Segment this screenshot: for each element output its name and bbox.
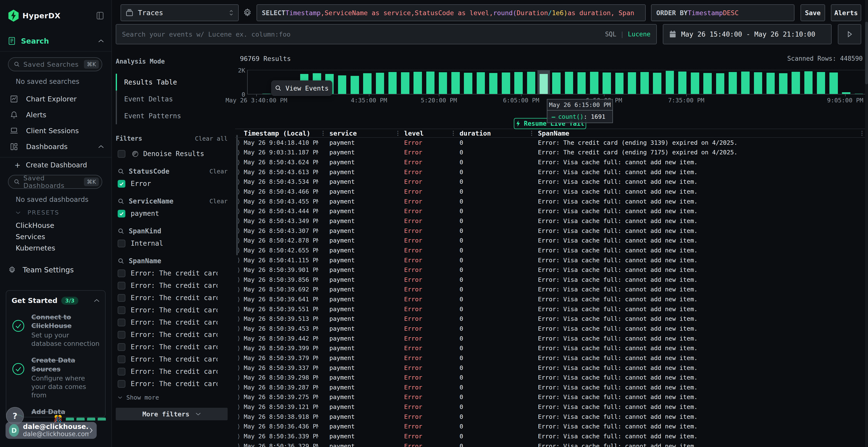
mode-tab-event-deltas[interactable]: Event Deltas <box>116 91 227 107</box>
checkbox-unchecked[interactable] <box>118 343 125 351</box>
checkbox-unchecked[interactable] <box>118 331 125 339</box>
row-expand-chevron[interactable]: ⟩ <box>235 286 242 293</box>
facet-option[interactable]: Error <box>116 180 227 187</box>
histogram-bar[interactable] <box>588 70 600 94</box>
histogram-bar[interactable] <box>386 70 399 94</box>
table-row[interactable]: ⟩ May 26 8:50:43.624 PM payment Error 0 … <box>235 157 866 167</box>
histogram-bar[interactable] <box>663 70 676 94</box>
user-menu[interactable]: D dale@clickhouse.com dale@clickhouse.co… <box>5 422 97 439</box>
table-row[interactable]: ⟩ May 26 8:50:43.349 PM payment Error 0 … <box>235 216 866 226</box>
row-expand-chevron[interactable]: ⟩ <box>235 413 242 420</box>
histogram-bar[interactable] <box>500 70 512 94</box>
facet-option[interactable]: Error: The credit card … <box>116 306 227 314</box>
order-by-editor[interactable]: ORDER BY Timestamp DESC <box>651 4 795 21</box>
row-expand-chevron[interactable]: ⟩ <box>235 247 242 253</box>
facet-option[interactable]: Error: The credit card … <box>116 294 227 302</box>
sidebar-item-search[interactable]: Search <box>8 37 104 45</box>
checkbox-unchecked[interactable] <box>118 150 125 158</box>
histogram-bar[interactable] <box>537 70 550 94</box>
histogram-bar[interactable] <box>789 70 802 94</box>
sidebar-item-dashboards[interactable]: Dashboards <box>0 139 112 154</box>
col-header-timestamp[interactable]: Timestamp (Local) <box>242 130 318 137</box>
column-resize-handle[interactable]: ⋮ <box>448 130 458 136</box>
checkbox-unchecked[interactable] <box>118 319 125 326</box>
histogram-bar[interactable] <box>513 70 525 94</box>
column-menu-icon[interactable]: ⋮ <box>858 130 866 136</box>
histogram-bar[interactable] <box>638 70 651 94</box>
table-row[interactable]: ⟩ May 26 8:50:36.329 PM payment Error 0 … <box>235 441 866 447</box>
row-expand-chevron[interactable]: ⟩ <box>235 433 242 440</box>
table-row[interactable]: ⟩ May 26 8:50:43.307 PM payment Error 0 … <box>235 226 866 236</box>
row-expand-chevron[interactable]: ⟩ <box>235 169 242 175</box>
col-header-service[interactable]: service <box>328 130 393 137</box>
histogram-bar[interactable] <box>626 70 638 94</box>
preset-item-kubernetes[interactable]: Kubernetes <box>0 242 112 253</box>
row-expand-chevron[interactable]: ⟩ <box>235 394 242 401</box>
saved-dashboards-input[interactable]: Saved Dashboards ⌘K <box>8 175 102 189</box>
table-row[interactable]: ⟩ May 26 8:50:39.379 PM payment Error 0 … <box>235 353 866 363</box>
row-expand-chevron[interactable]: ⟩ <box>235 335 242 342</box>
table-row[interactable]: ⟩ May 26 8:50:43.444 PM payment Error 0 … <box>235 206 866 216</box>
table-row[interactable]: ⟩ May 26 8:50:39.442 PM payment Error 0 … <box>235 334 866 343</box>
checkbox-unchecked[interactable] <box>118 282 125 289</box>
table-row[interactable]: ⟩ May 26 8:50:39.453 PM payment Error 0 … <box>235 324 866 334</box>
sidebar-item-chart-explorer[interactable]: Chart Explorer <box>0 91 112 107</box>
histogram-bar[interactable] <box>852 70 865 94</box>
histogram-bar[interactable] <box>676 70 689 94</box>
get-started-item[interactable]: Connect to ClickHouseSet up your databas… <box>11 313 100 348</box>
more-filters-button[interactable]: More filters <box>116 408 227 420</box>
histogram-bar[interactable] <box>802 70 815 94</box>
checkbox-unchecked[interactable] <box>118 270 125 277</box>
show-more-button[interactable]: Show more <box>116 394 227 401</box>
checkbox-unchecked[interactable] <box>118 294 125 302</box>
facet-option[interactable]: Error: The credit card … <box>116 269 227 277</box>
row-expand-chevron[interactable]: ⟩ <box>235 208 242 215</box>
histogram-bar[interactable] <box>260 70 273 94</box>
row-expand-chevron[interactable]: ⟩ <box>235 354 242 361</box>
checkbox-unchecked[interactable] <box>118 240 125 247</box>
histogram-bar[interactable] <box>474 70 487 94</box>
row-expand-chevron[interactable]: ⟩ <box>235 443 242 447</box>
table-row[interactable]: ⟩ May 26 8:50:39.551 PM payment Error 0 … <box>235 304 866 314</box>
facet-option[interactable]: payment <box>116 209 227 217</box>
table-row[interactable]: ⟩ May 26 8:50:39.287 PM payment Error 0 … <box>235 382 866 392</box>
toggle-sql[interactable]: SQL <box>605 31 616 38</box>
histogram-bar[interactable] <box>462 70 474 94</box>
source-select[interactable]: Traces <box>121 4 239 21</box>
table-row[interactable]: ⟩ May 26 8:50:39.275 PM payment Error 0 … <box>235 392 866 402</box>
facet-option[interactable]: Error: The credit card … <box>116 343 227 351</box>
preset-item-services[interactable]: Services <box>0 231 112 242</box>
column-resize-handle[interactable]: ⋮ <box>318 130 328 136</box>
histogram-bar[interactable] <box>563 70 575 94</box>
table-row[interactable]: ⟩ May 26 8:50:42.878 PM payment Error 0 … <box>235 236 866 245</box>
view-events-button[interactable]: View Events <box>271 80 332 96</box>
alerts-button[interactable]: Alerts <box>831 4 861 21</box>
row-expand-chevron[interactable]: ⟩ <box>235 296 242 303</box>
table-row[interactable]: ⟩ May 26 8:50:39.901 PM payment Error 0 … <box>235 265 866 275</box>
col-header-duration[interactable]: duration <box>458 130 527 137</box>
table-row[interactable]: ⟩ May 26 8:50:39.337 PM payment Error 0 … <box>235 363 866 373</box>
save-button[interactable]: Save <box>801 4 825 21</box>
chevron-up-icon[interactable] <box>94 299 100 303</box>
mode-tab-event-patterns[interactable]: Event Patterns <box>116 107 227 124</box>
row-expand-chevron[interactable]: ⟩ <box>235 423 242 430</box>
row-expand-chevron[interactable]: ⟩ <box>235 384 242 391</box>
checkbox-unchecked[interactable] <box>118 368 125 375</box>
row-expand-chevron[interactable]: ⟩ <box>235 365 242 371</box>
histogram-bar[interactable] <box>449 70 462 94</box>
histogram-bar[interactable] <box>726 70 739 94</box>
get-started-item[interactable]: Create Data SourcesConfigure where your … <box>11 356 100 399</box>
table-row[interactable]: ⟩ May 26 8:50:42.655 PM payment Error 0 … <box>235 245 866 255</box>
histogram-bar[interactable] <box>752 70 764 94</box>
row-expand-chevron[interactable]: ⟩ <box>235 276 242 283</box>
histogram-bar[interactable] <box>702 70 714 94</box>
page-scrollbar[interactable] <box>865 0 868 447</box>
row-expand-chevron[interactable]: ⟩ <box>235 345 242 352</box>
histogram-bar[interactable] <box>361 70 373 94</box>
histogram-bar[interactable] <box>525 70 537 94</box>
table-row[interactable]: ⟩ May 26 8:50:38.918 PM payment Error 0 … <box>235 412 866 422</box>
checkbox-unchecked[interactable] <box>118 306 125 314</box>
table-row[interactable]: ⟩ May 26 8:50:43.613 PM payment Error 0 … <box>235 167 866 177</box>
row-expand-chevron[interactable]: ⟩ <box>235 227 242 234</box>
histogram-bar[interactable] <box>487 70 500 94</box>
